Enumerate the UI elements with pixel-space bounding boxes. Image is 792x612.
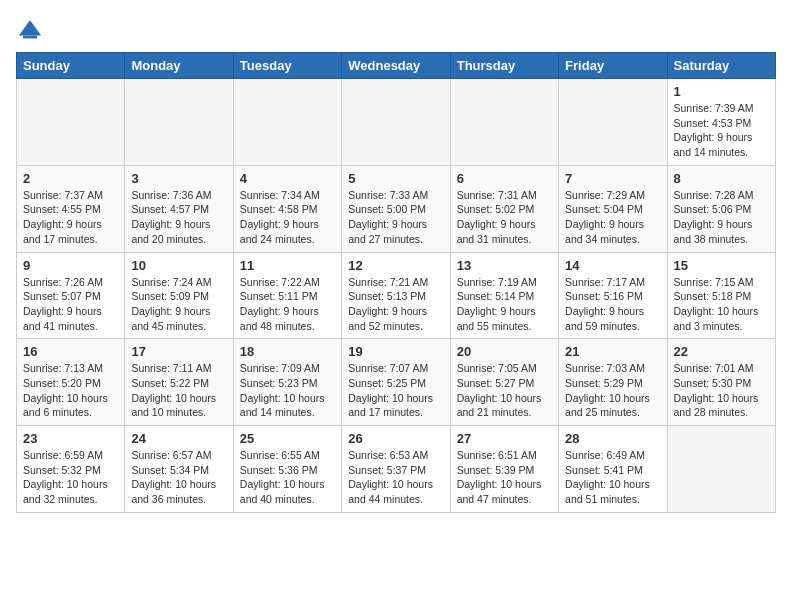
day-info: Sunrise: 6:51 AM Sunset: 5:39 PM Dayligh… xyxy=(457,448,552,507)
day-info: Sunrise: 7:07 AM Sunset: 5:25 PM Dayligh… xyxy=(348,361,443,420)
calendar-cell: 2Sunrise: 7:37 AM Sunset: 4:55 PM Daylig… xyxy=(17,165,125,252)
day-header-thursday: Thursday xyxy=(450,53,558,79)
calendar-week-3: 9Sunrise: 7:26 AM Sunset: 5:07 PM Daylig… xyxy=(17,252,776,339)
calendar-cell: 13Sunrise: 7:19 AM Sunset: 5:14 PM Dayli… xyxy=(450,252,558,339)
day-number: 21 xyxy=(565,344,660,359)
page-header xyxy=(16,16,776,44)
day-info: Sunrise: 7:17 AM Sunset: 5:16 PM Dayligh… xyxy=(565,275,660,334)
day-header-saturday: Saturday xyxy=(667,53,775,79)
day-info: Sunrise: 6:49 AM Sunset: 5:41 PM Dayligh… xyxy=(565,448,660,507)
day-info: Sunrise: 7:09 AM Sunset: 5:23 PM Dayligh… xyxy=(240,361,335,420)
day-number: 1 xyxy=(674,84,769,99)
day-info: Sunrise: 6:59 AM Sunset: 5:32 PM Dayligh… xyxy=(23,448,118,507)
day-info: Sunrise: 6:53 AM Sunset: 5:37 PM Dayligh… xyxy=(348,448,443,507)
day-number: 22 xyxy=(674,344,769,359)
day-number: 19 xyxy=(348,344,443,359)
day-number: 28 xyxy=(565,431,660,446)
day-info: Sunrise: 7:28 AM Sunset: 5:06 PM Dayligh… xyxy=(674,188,769,247)
day-number: 3 xyxy=(131,171,226,186)
calendar-cell xyxy=(667,426,775,513)
day-info: Sunrise: 7:19 AM Sunset: 5:14 PM Dayligh… xyxy=(457,275,552,334)
day-number: 24 xyxy=(131,431,226,446)
day-number: 25 xyxy=(240,431,335,446)
day-info: Sunrise: 7:22 AM Sunset: 5:11 PM Dayligh… xyxy=(240,275,335,334)
calendar-cell: 22Sunrise: 7:01 AM Sunset: 5:30 PM Dayli… xyxy=(667,339,775,426)
day-info: Sunrise: 7:39 AM Sunset: 4:53 PM Dayligh… xyxy=(674,101,769,160)
day-info: Sunrise: 7:34 AM Sunset: 4:58 PM Dayligh… xyxy=(240,188,335,247)
day-info: Sunrise: 7:26 AM Sunset: 5:07 PM Dayligh… xyxy=(23,275,118,334)
day-header-wednesday: Wednesday xyxy=(342,53,450,79)
calendar-cell: 24Sunrise: 6:57 AM Sunset: 5:34 PM Dayli… xyxy=(125,426,233,513)
calendar-cell: 15Sunrise: 7:15 AM Sunset: 5:18 PM Dayli… xyxy=(667,252,775,339)
calendar-cell: 23Sunrise: 6:59 AM Sunset: 5:32 PM Dayli… xyxy=(17,426,125,513)
day-header-friday: Friday xyxy=(559,53,667,79)
calendar-cell: 21Sunrise: 7:03 AM Sunset: 5:29 PM Dayli… xyxy=(559,339,667,426)
day-info: Sunrise: 7:11 AM Sunset: 5:22 PM Dayligh… xyxy=(131,361,226,420)
calendar-cell: 20Sunrise: 7:05 AM Sunset: 5:27 PM Dayli… xyxy=(450,339,558,426)
calendar-cell xyxy=(233,79,341,166)
day-number: 18 xyxy=(240,344,335,359)
calendar-cell: 28Sunrise: 6:49 AM Sunset: 5:41 PM Dayli… xyxy=(559,426,667,513)
calendar-cell: 17Sunrise: 7:11 AM Sunset: 5:22 PM Dayli… xyxy=(125,339,233,426)
day-number: 20 xyxy=(457,344,552,359)
calendar-cell: 14Sunrise: 7:17 AM Sunset: 5:16 PM Dayli… xyxy=(559,252,667,339)
calendar-header-row: SundayMondayTuesdayWednesdayThursdayFrid… xyxy=(17,53,776,79)
calendar-cell: 8Sunrise: 7:28 AM Sunset: 5:06 PM Daylig… xyxy=(667,165,775,252)
calendar-cell xyxy=(450,79,558,166)
day-number: 15 xyxy=(674,258,769,273)
day-info: Sunrise: 7:24 AM Sunset: 5:09 PM Dayligh… xyxy=(131,275,226,334)
calendar-cell xyxy=(342,79,450,166)
day-header-monday: Monday xyxy=(125,53,233,79)
day-header-sunday: Sunday xyxy=(17,53,125,79)
day-info: Sunrise: 7:31 AM Sunset: 5:02 PM Dayligh… xyxy=(457,188,552,247)
day-number: 16 xyxy=(23,344,118,359)
calendar-cell: 5Sunrise: 7:33 AM Sunset: 5:00 PM Daylig… xyxy=(342,165,450,252)
day-number: 4 xyxy=(240,171,335,186)
logo xyxy=(16,16,48,44)
day-info: Sunrise: 6:57 AM Sunset: 5:34 PM Dayligh… xyxy=(131,448,226,507)
calendar-cell: 12Sunrise: 7:21 AM Sunset: 5:13 PM Dayli… xyxy=(342,252,450,339)
calendar-cell: 3Sunrise: 7:36 AM Sunset: 4:57 PM Daylig… xyxy=(125,165,233,252)
calendar-week-4: 16Sunrise: 7:13 AM Sunset: 5:20 PM Dayli… xyxy=(17,339,776,426)
day-number: 27 xyxy=(457,431,552,446)
day-info: Sunrise: 7:33 AM Sunset: 5:00 PM Dayligh… xyxy=(348,188,443,247)
day-info: Sunrise: 7:15 AM Sunset: 5:18 PM Dayligh… xyxy=(674,275,769,334)
day-info: Sunrise: 7:29 AM Sunset: 5:04 PM Dayligh… xyxy=(565,188,660,247)
day-number: 17 xyxy=(131,344,226,359)
day-info: Sunrise: 7:03 AM Sunset: 5:29 PM Dayligh… xyxy=(565,361,660,420)
day-number: 9 xyxy=(23,258,118,273)
calendar-cell: 6Sunrise: 7:31 AM Sunset: 5:02 PM Daylig… xyxy=(450,165,558,252)
day-info: Sunrise: 7:05 AM Sunset: 5:27 PM Dayligh… xyxy=(457,361,552,420)
calendar-cell: 1Sunrise: 7:39 AM Sunset: 4:53 PM Daylig… xyxy=(667,79,775,166)
calendar-cell: 16Sunrise: 7:13 AM Sunset: 5:20 PM Dayli… xyxy=(17,339,125,426)
day-number: 2 xyxy=(23,171,118,186)
calendar-cell: 19Sunrise: 7:07 AM Sunset: 5:25 PM Dayli… xyxy=(342,339,450,426)
day-number: 5 xyxy=(348,171,443,186)
calendar-cell: 10Sunrise: 7:24 AM Sunset: 5:09 PM Dayli… xyxy=(125,252,233,339)
calendar-cell: 11Sunrise: 7:22 AM Sunset: 5:11 PM Dayli… xyxy=(233,252,341,339)
calendar-cell: 27Sunrise: 6:51 AM Sunset: 5:39 PM Dayli… xyxy=(450,426,558,513)
day-info: Sunrise: 7:37 AM Sunset: 4:55 PM Dayligh… xyxy=(23,188,118,247)
day-number: 6 xyxy=(457,171,552,186)
day-number: 26 xyxy=(348,431,443,446)
logo-icon xyxy=(16,16,44,44)
calendar-cell: 26Sunrise: 6:53 AM Sunset: 5:37 PM Dayli… xyxy=(342,426,450,513)
svg-marker-0 xyxy=(19,20,41,35)
calendar-cell xyxy=(559,79,667,166)
calendar-cell xyxy=(125,79,233,166)
calendar-week-1: 1Sunrise: 7:39 AM Sunset: 4:53 PM Daylig… xyxy=(17,79,776,166)
calendar-cell: 18Sunrise: 7:09 AM Sunset: 5:23 PM Dayli… xyxy=(233,339,341,426)
calendar-cell: 25Sunrise: 6:55 AM Sunset: 5:36 PM Dayli… xyxy=(233,426,341,513)
svg-rect-1 xyxy=(23,36,37,39)
calendar-table: SundayMondayTuesdayWednesdayThursdayFrid… xyxy=(16,52,776,513)
day-number: 7 xyxy=(565,171,660,186)
day-header-tuesday: Tuesday xyxy=(233,53,341,79)
calendar-cell: 4Sunrise: 7:34 AM Sunset: 4:58 PM Daylig… xyxy=(233,165,341,252)
day-number: 11 xyxy=(240,258,335,273)
calendar-cell: 9Sunrise: 7:26 AM Sunset: 5:07 PM Daylig… xyxy=(17,252,125,339)
day-info: Sunrise: 7:36 AM Sunset: 4:57 PM Dayligh… xyxy=(131,188,226,247)
calendar-cell: 7Sunrise: 7:29 AM Sunset: 5:04 PM Daylig… xyxy=(559,165,667,252)
day-number: 13 xyxy=(457,258,552,273)
day-info: Sunrise: 6:55 AM Sunset: 5:36 PM Dayligh… xyxy=(240,448,335,507)
day-number: 8 xyxy=(674,171,769,186)
